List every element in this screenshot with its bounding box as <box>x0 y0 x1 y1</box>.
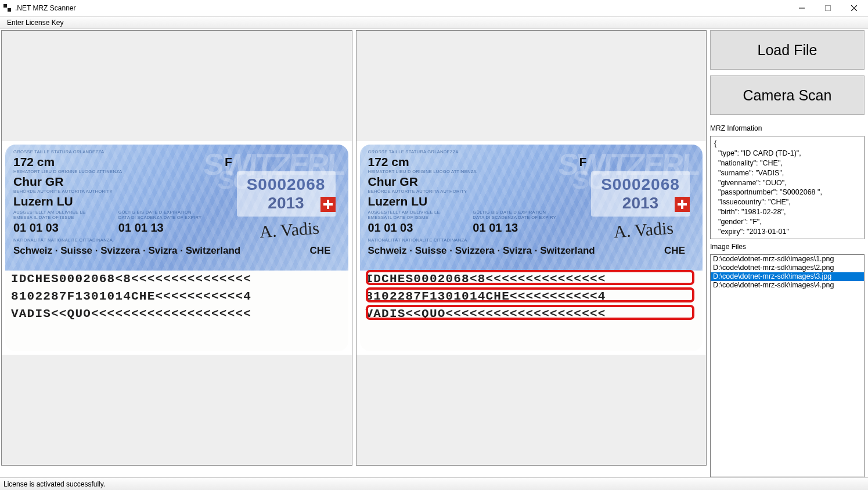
card-issued: 01 01 03 <box>13 221 59 235</box>
menu-enter-license[interactable]: Enter License Key <box>3 17 67 28</box>
side-column: Load File Camera Scan MRZ Information { … <box>710 30 865 477</box>
card-sex: F <box>225 155 232 169</box>
load-file-button[interactable]: Load File <box>710 30 865 70</box>
mrz-highlight-3 <box>366 305 695 320</box>
card-height: 172 cm <box>13 155 55 169</box>
card-origin: Chur GR <box>13 175 63 189</box>
id-card-image: SWITZERL SCHW GRÖSSE TAILLE STATURA GRLA… <box>5 145 348 351</box>
card-authority: Luzern LU <box>13 194 73 208</box>
id-card-result-image: SWITZERL SCHW GRÖSSE TAILLE STATURA GRLA… <box>360 145 703 351</box>
main-body: SWITZERL SCHW GRÖSSE TAILLE STATURA GRLA… <box>0 29 868 477</box>
status-text: License is activated successfully. <box>3 480 105 488</box>
card-expiry-label1: GÜLTIG BIS DATE D EXPIRATION <box>118 210 192 215</box>
card-origin-label: HEIMATORT LIEU D ORIGINE LUOGO ATTINENZA <box>13 169 122 174</box>
card-height-label: GRÖSSE TAILLE STATURA GRLANDEZZA <box>13 149 104 154</box>
swiss-flag-icon <box>675 197 690 212</box>
original-image-panel[interactable]: SWITZERL SCHW GRÖSSE TAILLE STATURA GRLA… <box>1 30 352 466</box>
card-signature: A. Vadis <box>259 218 320 242</box>
card-issued-label1: AUSGESTELLT AM DELIVREE LE <box>13 210 85 215</box>
minimize-button[interactable] <box>788 0 815 16</box>
mrz-highlight-1 <box>366 270 695 285</box>
card-nat-line: Schweiz · Suisse · Svizzera · Svizra · S… <box>13 245 240 257</box>
mrz-line-2: 8102287F1301014CHE<<<<<<<<<<<4 <box>11 290 251 303</box>
mrz-line-3: VADIS<<QUO<<<<<<<<<<<<<<<<<<<< <box>11 307 251 320</box>
camera-scan-button[interactable]: Camera Scan <box>710 75 865 115</box>
card-authority-label: BEHÖRDE AUTORITE AUTORITA AUTHORITY <box>13 189 113 194</box>
image-files-label: Image Files <box>710 243 865 251</box>
menubar: Enter License Key <box>0 16 868 29</box>
maximize-button[interactable] <box>815 0 841 16</box>
card-serial-year: 2013 <box>268 194 304 212</box>
svg-rect-0 <box>825 6 830 11</box>
app-icon <box>3 4 12 12</box>
card-expiry-label2: DATA DI SCADENZA DATE OF EXPIRY <box>118 215 201 220</box>
image-file-row[interactable]: D:\code\dotnet-mrz-sdk\images\4.png <box>711 281 864 290</box>
window-title: .NET MRZ Scanner <box>15 4 75 12</box>
processed-image-panel[interactable]: SWITZERL SCHW GRÖSSE TAILLE STATURA GRLA… <box>356 30 707 466</box>
image-files-list[interactable]: D:\code\dotnet-mrz-sdk\images\1.pngD:\co… <box>710 254 865 477</box>
card-serial: S0002068 <box>247 175 326 194</box>
statusbar: License is activated successfully. <box>0 477 868 490</box>
mrz-line-1: IDCHES0002068<8<<<<<<<<<<<<<<< <box>11 272 251 286</box>
mrz-info-output[interactable]: { "type": "ID CARD (TD-1)", "nationality… <box>710 136 865 239</box>
image-file-row[interactable]: D:\code\dotnet-mrz-sdk\images\3.jpg <box>711 272 864 281</box>
card-nat-label: NATIONALITÄT NATIONALITE CITTADINANZA <box>13 237 113 243</box>
close-button[interactable] <box>841 0 867 16</box>
mrz-highlight-2 <box>366 287 695 302</box>
titlebar: .NET MRZ Scanner <box>0 0 868 16</box>
image-file-row[interactable]: D:\code\dotnet-mrz-sdk\images\2.png <box>711 264 864 272</box>
card-issued-label2: EMESSA IL DATE OF ISSUE <box>13 215 74 220</box>
swiss-flag-icon <box>320 197 336 212</box>
mrz-info-label: MRZ Information <box>710 124 865 132</box>
image-file-row[interactable]: D:\code\dotnet-mrz-sdk\images\1.png <box>711 255 864 264</box>
card-expiry: 01 01 13 <box>118 221 164 235</box>
card-nat-code: CHE <box>310 245 331 257</box>
